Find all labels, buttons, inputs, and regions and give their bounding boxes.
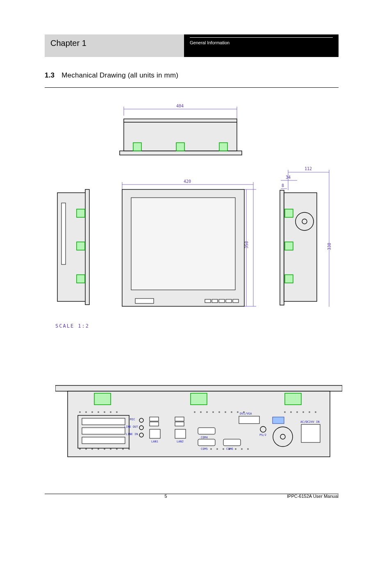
mechanical-drawing-views: 404: [55, 103, 342, 336]
svg-rect-103: [273, 417, 284, 424]
svg-rect-7: [176, 143, 184, 151]
svg-rect-101: [198, 439, 215, 446]
svg-point-61: [237, 411, 239, 413]
svg-rect-93: [150, 422, 159, 426]
svg-rect-97: [175, 429, 186, 438]
svg-rect-6: [133, 143, 141, 151]
svg-point-78: [210, 448, 212, 450]
svg-point-59: [225, 411, 226, 413]
svg-rect-94: [175, 417, 184, 421]
svg-rect-87: [82, 437, 125, 444]
chapter-header: Chapter 1 General Information: [45, 34, 339, 57]
svg-point-79: [216, 448, 218, 450]
svg-rect-8: [219, 143, 227, 151]
svg-rect-14: [61, 203, 66, 264]
chapter-number-block: Chapter 1: [45, 34, 184, 57]
svg-rect-100: [198, 428, 215, 434]
svg-point-65: [296, 411, 298, 413]
port-lan2-label: LAN2: [177, 440, 184, 443]
svg-point-56: [206, 411, 208, 413]
svg-point-64: [290, 411, 292, 413]
svg-point-82: [235, 448, 236, 450]
svg-rect-85: [82, 418, 125, 425]
svg-point-63: [284, 411, 286, 413]
svg-point-66: [302, 411, 304, 413]
svg-rect-96: [150, 429, 160, 438]
svg-rect-40: [285, 275, 293, 283]
svg-point-54: [194, 411, 196, 413]
svg-point-68: [315, 411, 316, 413]
port-com4-label: COM4: [201, 436, 208, 439]
svg-point-50: [98, 411, 99, 413]
svg-point-51: [104, 411, 105, 413]
svg-rect-38: [285, 209, 293, 217]
dim-side-depth: 112: [305, 166, 312, 171]
port-com5-label: COM5: [201, 447, 208, 451]
svg-rect-25: [219, 299, 225, 303]
svg-rect-95: [175, 422, 184, 426]
dim-front-width: 420: [184, 179, 191, 184]
svg-rect-98: [239, 416, 259, 424]
doc-title: IPPC-6152A User Manual: [287, 494, 339, 499]
svg-rect-12: [77, 242, 85, 250]
section-divider: [45, 87, 339, 88]
svg-point-58: [218, 411, 220, 413]
svg-rect-22: [131, 198, 235, 290]
svg-rect-45: [285, 393, 301, 405]
svg-point-84: [247, 448, 249, 450]
scale-label: SCALE 1:2: [55, 323, 89, 329]
svg-rect-92: [150, 417, 159, 421]
port-com6-label: COM6: [226, 447, 233, 451]
svg-rect-41: [55, 385, 342, 391]
top-view: 404: [120, 104, 242, 155]
svg-point-57: [212, 411, 214, 413]
page-number: 5: [164, 494, 167, 499]
port-linein-label: LINE IN: [126, 433, 138, 436]
svg-rect-24: [212, 299, 218, 303]
svg-point-60: [231, 411, 232, 413]
svg-rect-44: [191, 393, 207, 405]
page-footer: 5 IPPC-6152A User Manual: [45, 494, 339, 499]
dim-side-inner1: 34: [286, 175, 291, 180]
svg-rect-43: [94, 393, 111, 405]
svg-rect-34: [280, 190, 284, 305]
svg-rect-13: [77, 275, 85, 283]
svg-rect-3: [120, 151, 242, 155]
dim-side-height: 338: [327, 243, 332, 250]
port-ps2-label: PS/2: [259, 433, 266, 437]
svg-point-49: [91, 411, 93, 413]
port-power-label: AC/DC24V IN: [300, 420, 319, 424]
svg-rect-86: [82, 428, 125, 434]
section-title-text: Mechanical Drawing (all units in mm): [61, 71, 178, 79]
front-view: 420 358: [122, 179, 256, 306]
svg-point-67: [309, 411, 310, 413]
dim-side-inner2: 8: [282, 183, 284, 188]
svg-rect-26: [226, 299, 232, 303]
port-mic-label: MIC: [130, 418, 135, 421]
svg-rect-27: [233, 299, 239, 303]
svg-point-55: [200, 411, 202, 413]
svg-point-53: [116, 411, 118, 413]
svg-rect-106: [301, 424, 320, 442]
dim-front-height: 358: [244, 241, 249, 248]
svg-rect-39: [285, 242, 293, 250]
left-side-view: [57, 189, 89, 305]
mechanical-drawing-bottom: MIC LINE OUT LINE IN LAN1 LAN2 DVI/VGA P…: [55, 383, 342, 474]
section-heading: 1.3 Mechanical Drawing (all units in mm): [45, 71, 339, 80]
chapter-title-block: General Information: [184, 34, 339, 57]
port-lineout-label: LINE OUT: [124, 425, 139, 428]
svg-point-48: [85, 411, 87, 413]
chapter-title: General Information: [190, 40, 230, 45]
port-lan1-label: LAN1: [151, 440, 158, 443]
svg-rect-11: [77, 209, 85, 217]
svg-rect-28: [135, 299, 154, 303]
svg-point-52: [110, 411, 111, 413]
svg-rect-23: [205, 299, 211, 303]
dim-top-width: 404: [176, 104, 184, 108]
section-number: 1.3: [45, 71, 55, 79]
svg-point-47: [79, 411, 81, 413]
svg-point-83: [241, 448, 243, 450]
svg-rect-10: [85, 189, 89, 305]
chapter-number: Chapter 1: [45, 34, 184, 48]
right-side-view: 112 34 8 338: [280, 166, 332, 307]
